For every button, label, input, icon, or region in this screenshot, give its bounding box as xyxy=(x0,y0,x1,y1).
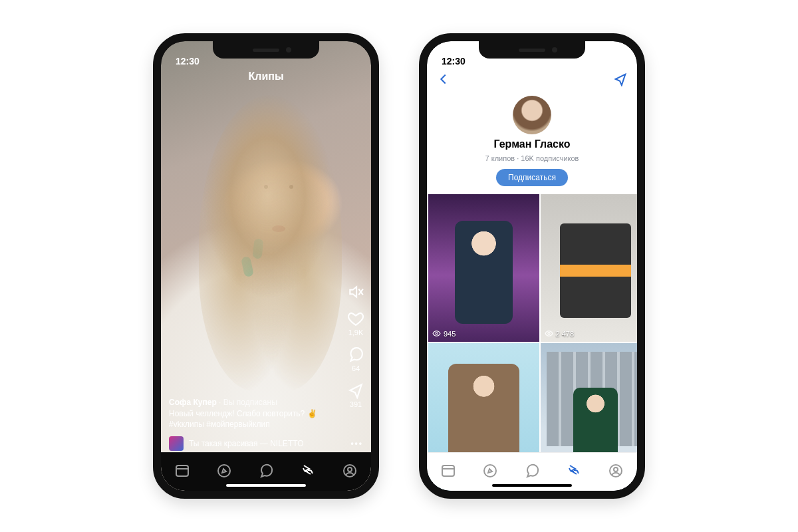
compass-icon xyxy=(216,463,232,479)
caption-line-2[interactable]: #vkклипы #мойпервыйклип xyxy=(169,420,270,429)
comment-icon xyxy=(347,346,364,363)
home-indicator[interactable] xyxy=(492,484,572,487)
svg-rect-16 xyxy=(442,466,454,476)
share-arrow-icon xyxy=(613,72,628,86)
home-indicator[interactable] xyxy=(226,484,306,487)
subscribe-button[interactable]: Подписаться xyxy=(496,169,568,186)
feed-header-title: Клипы xyxy=(161,70,371,82)
mute-button[interactable] xyxy=(347,283,364,301)
comment-button[interactable]: 64 xyxy=(347,346,364,372)
share-count: 391 xyxy=(350,400,362,408)
author-status: Вы подписаны xyxy=(223,398,277,407)
music-row[interactable]: Ты такая красивая — NILETTO ••• xyxy=(169,436,363,451)
like-button[interactable]: 1,9K xyxy=(347,310,364,336)
tab-feed[interactable] xyxy=(174,463,190,481)
back-button[interactable] xyxy=(436,72,451,89)
tab-profile[interactable] xyxy=(608,463,624,481)
tab-clips[interactable] xyxy=(566,463,582,481)
feed-screen: 12:30 Клипы 1,9K 64 391 xyxy=(161,41,371,491)
feed-icon xyxy=(440,463,456,479)
view-count: 945 xyxy=(432,329,456,338)
profile-topbar xyxy=(427,68,637,93)
profile-icon xyxy=(608,463,624,479)
chat-icon xyxy=(524,463,540,479)
clip-thumb[interactable]: 2 478 xyxy=(541,194,638,342)
share-icon xyxy=(347,382,364,399)
tab-discover[interactable] xyxy=(216,463,232,481)
eye-icon xyxy=(545,329,553,338)
svg-point-10 xyxy=(436,332,438,334)
avatar[interactable] xyxy=(513,96,551,134)
chat-icon xyxy=(258,463,274,479)
music-thumb xyxy=(169,436,184,451)
feed-caption: Софа Купер · Вы подписаны Новый челлендж… xyxy=(169,397,331,430)
svg-point-19 xyxy=(614,467,618,471)
svg-point-17 xyxy=(484,465,496,477)
tab-profile[interactable] xyxy=(342,463,358,481)
profile-screen: 12:30 Герман Гласко 7 клипов · 16K подпи… xyxy=(427,41,637,491)
heart-icon xyxy=(347,310,364,327)
chevron-left-icon xyxy=(436,72,451,86)
profile-meta: 7 клипов · 16K подписчиков xyxy=(485,154,579,162)
feed-side-actions: 1,9K 64 391 xyxy=(347,283,364,408)
status-time: 12:30 xyxy=(442,56,466,66)
share-button[interactable]: 391 xyxy=(347,382,364,408)
profile-header: Герман Гласко 7 клипов · 16K подписчиков… xyxy=(427,93,637,194)
phone-feed: 12:30 Клипы 1,9K 64 391 xyxy=(153,33,379,499)
volume-mute-icon xyxy=(347,283,364,301)
more-button[interactable]: ••• xyxy=(350,439,363,448)
tab-messages[interactable] xyxy=(258,463,274,481)
svg-point-11 xyxy=(547,332,549,334)
status-time: 12:30 xyxy=(176,56,200,66)
svg-rect-3 xyxy=(176,466,188,476)
notch xyxy=(479,41,585,59)
comment-count: 64 xyxy=(352,364,360,372)
tab-discover[interactable] xyxy=(482,463,498,481)
profile-name: Герман Гласко xyxy=(493,138,570,150)
like-count: 1,9K xyxy=(348,329,364,336)
compass-icon xyxy=(482,463,498,479)
view-count: 2 478 xyxy=(545,329,575,338)
music-title: Ты такая красивая — NILETTO xyxy=(189,439,304,448)
clips-grid: 945 2 478 2 951 2 849 2 435 2 908 xyxy=(427,194,637,491)
clip-thumb[interactable]: 945 xyxy=(428,194,539,342)
profile-icon xyxy=(342,463,358,479)
notch xyxy=(213,41,319,59)
eye-icon xyxy=(432,329,441,338)
clips-icon xyxy=(566,463,582,479)
tab-messages[interactable] xyxy=(524,463,540,481)
tab-clips[interactable] xyxy=(300,463,316,481)
feed-icon xyxy=(174,463,190,479)
share-profile-button[interactable] xyxy=(613,72,628,89)
phone-profile: 12:30 Герман Гласко 7 клипов · 16K подпи… xyxy=(419,33,645,499)
svg-point-4 xyxy=(218,465,230,477)
svg-point-6 xyxy=(348,467,352,471)
author-name[interactable]: Софа Купер xyxy=(169,398,217,407)
clips-icon xyxy=(300,463,316,479)
caption-line-1: Новый челлендж! Слабо повторить? ✌️ xyxy=(169,409,317,418)
tab-feed[interactable] xyxy=(440,463,456,481)
